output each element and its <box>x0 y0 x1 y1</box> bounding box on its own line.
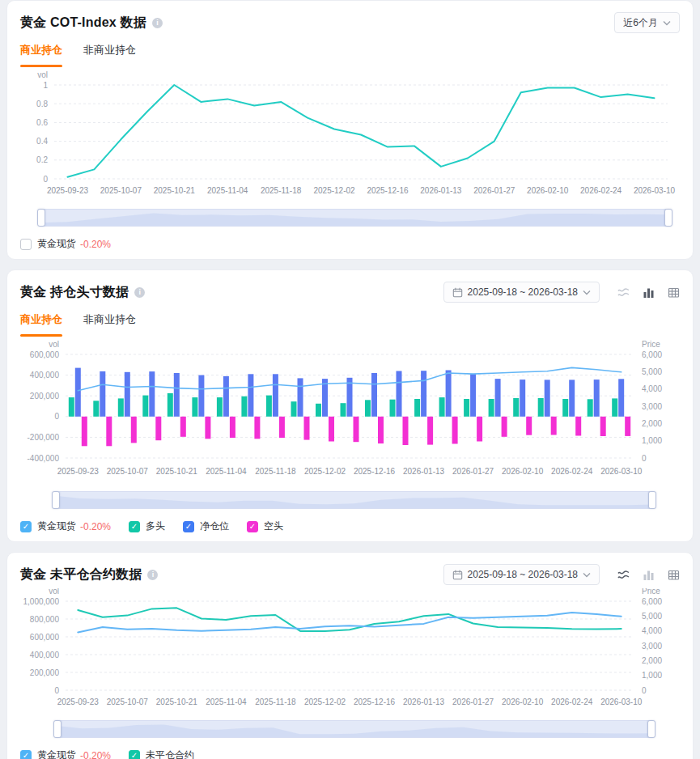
svg-text:2025-12-02: 2025-12-02 <box>304 698 346 706</box>
svg-text:2026-01-27: 2026-01-27 <box>452 467 494 476</box>
slider-handle-right[interactable] <box>648 491 656 509</box>
svg-text:2026-02-24: 2026-02-24 <box>580 186 622 195</box>
svg-text:2025-12-16: 2025-12-16 <box>367 186 409 195</box>
svg-text:0: 0 <box>642 454 647 463</box>
svg-text:2026-01-13: 2026-01-13 <box>403 698 445 706</box>
chevron-down-icon <box>583 572 591 578</box>
change-percent: -0.20% <box>80 521 111 532</box>
svg-text:6,000: 6,000 <box>642 350 662 359</box>
svg-text:200,000: 200,000 <box>30 668 60 677</box>
table-icon[interactable] <box>668 569 680 581</box>
info-icon[interactable]: i <box>152 18 163 28</box>
line-chart-icon[interactable] <box>617 569 630 581</box>
svg-text:200,000: 200,000 <box>30 392 60 401</box>
legend-checkbox[interactable] <box>20 239 32 250</box>
svg-text:2025-09-23: 2025-09-23 <box>47 186 89 195</box>
legend: ✓黄金现货-0.20%✓多头✓净仓位✓空头 <box>20 519 680 533</box>
info-icon[interactable]: i <box>147 570 158 580</box>
legend-checkbox[interactable]: ✓ <box>129 521 140 532</box>
legend-label: 黄金现货 <box>37 748 76 759</box>
legend-checkbox[interactable]: ✓ <box>183 521 194 532</box>
svg-text:2026-02-10: 2026-02-10 <box>502 467 544 476</box>
panel-header: 黄金 持仓头寸数据 i 2025-09-18 ~ 2026-03-18 <box>20 282 680 303</box>
open-interest-chart[interactable]: 1,000,000800,000600,000400,000200,0000vo… <box>20 588 681 713</box>
svg-text:2025-09-23: 2025-09-23 <box>57 698 100 706</box>
chart-toolbar: 2025-09-18 ~ 2026-03-18 <box>443 564 680 585</box>
tabs: 商业持仓 非商业持仓 <box>20 43 680 67</box>
date-range-value: 2025-09-18 ~ 2026-03-18 <box>468 569 578 580</box>
panel-cot-index: 黄金 COT-Index 数据 i 近6个月 商业持仓 非商业持仓 10.80.… <box>6 0 694 260</box>
svg-text:2025-12-16: 2025-12-16 <box>354 467 396 476</box>
svg-text:2,000: 2,000 <box>642 419 662 428</box>
bar-chart-icon[interactable] <box>643 569 655 581</box>
svg-text:2025-10-21: 2025-10-21 <box>156 698 198 706</box>
zoom-preview-area <box>55 721 654 737</box>
positions-chart[interactable]: 600,000400,000200,0000-200,000-400,000vo… <box>20 340 681 484</box>
legend-item[interactable]: ✓未平仓合约 <box>129 748 194 759</box>
svg-text:2025-11-18: 2025-11-18 <box>255 698 296 706</box>
svg-text:4,000: 4,000 <box>642 626 662 635</box>
legend-item[interactable]: ✓空头 <box>247 519 283 533</box>
svg-text:2025-11-04: 2025-11-04 <box>207 186 248 195</box>
svg-text:600,000: 600,000 <box>30 350 60 359</box>
slider-handle-right[interactable] <box>647 720 655 738</box>
calendar-icon <box>452 287 463 298</box>
date-range-value: 2025-09-18 ~ 2026-03-18 <box>468 286 578 298</box>
svg-text:2025-12-02: 2025-12-02 <box>304 467 346 476</box>
svg-text:2025-10-21: 2025-10-21 <box>154 186 196 195</box>
change-percent: -0.20% <box>80 750 111 759</box>
svg-text:2026-01-27: 2026-01-27 <box>452 698 494 706</box>
svg-text:0.8: 0.8 <box>36 100 48 108</box>
data-zoom-slider[interactable] <box>38 209 672 227</box>
info-icon[interactable]: i <box>134 287 145 298</box>
svg-text:0: 0 <box>54 412 59 421</box>
svg-text:2026-02-24: 2026-02-24 <box>551 467 593 476</box>
svg-text:2026-01-13: 2026-01-13 <box>420 186 462 195</box>
svg-text:-200,000: -200,000 <box>28 433 60 442</box>
legend-checkbox[interactable]: ✓ <box>20 521 32 532</box>
svg-text:5,000: 5,000 <box>642 612 662 621</box>
range-select[interactable]: 近6个月 <box>614 12 680 33</box>
data-zoom-slider[interactable] <box>53 491 655 509</box>
date-range-picker[interactable]: 2025-09-18 ~ 2026-03-18 <box>443 564 600 585</box>
date-range-picker[interactable]: 2025-09-18 ~ 2026-03-18 <box>443 282 600 303</box>
legend-item[interactable]: ✓黄金现货-0.20% <box>20 519 111 533</box>
svg-text:2026-03-10: 2026-03-10 <box>634 186 676 195</box>
svg-text:2025-11-18: 2025-11-18 <box>255 467 296 476</box>
line-chart-icon[interactable] <box>617 286 630 299</box>
tab-noncommercial[interactable]: 非商业持仓 <box>83 312 136 337</box>
slider-handle-left[interactable] <box>53 720 62 738</box>
svg-text:2026-03-10: 2026-03-10 <box>600 467 643 476</box>
legend-checkbox[interactable]: ✓ <box>247 521 258 532</box>
legend-item[interactable]: ✓黄金现货-0.20% <box>20 748 111 759</box>
legend-item[interactable]: ✓净仓位 <box>183 519 229 533</box>
svg-text:2025-10-07: 2025-10-07 <box>107 467 149 476</box>
legend-label: 未平仓合约 <box>146 748 194 759</box>
svg-text:2025-10-21: 2025-10-21 <box>156 467 198 476</box>
panel-header: 黄金 未平仓合约数据 i 2025-09-18 ~ 2026-03-18 <box>20 564 680 585</box>
bar-chart-icon[interactable] <box>643 286 655 299</box>
tab-commercial[interactable]: 商业持仓 <box>20 43 62 67</box>
slider-handle-right[interactable] <box>664 209 672 227</box>
table-icon[interactable] <box>668 286 680 299</box>
tab-commercial[interactable]: 商业持仓 <box>20 312 62 337</box>
svg-text:0.2: 0.2 <box>36 155 48 164</box>
tab-noncommercial[interactable]: 非商业持仓 <box>83 43 136 67</box>
svg-text:5,000: 5,000 <box>642 367 662 376</box>
legend-item[interactable]: 黄金现货-0.20% <box>20 237 111 251</box>
legend-item[interactable]: ✓多头 <box>129 519 165 533</box>
cot-index-chart[interactable]: 10.80.60.40.20vol2025-09-232025-10-07202… <box>20 70 681 201</box>
svg-text:600,000: 600,000 <box>30 633 60 642</box>
legend-checkbox[interactable]: ✓ <box>129 750 140 759</box>
zoom-preview-area <box>53 492 655 508</box>
slider-handle-left[interactable] <box>37 209 45 227</box>
svg-text:800,000: 800,000 <box>30 615 60 624</box>
svg-text:vol: vol <box>49 340 59 349</box>
slider-handle-left[interactable] <box>52 491 60 509</box>
legend-checkbox[interactable]: ✓ <box>20 750 32 759</box>
page-title: 黄金 持仓头寸数据 <box>20 284 129 301</box>
svg-text:2025-12-16: 2025-12-16 <box>354 698 396 706</box>
legend: 黄金现货-0.20% <box>20 237 680 251</box>
data-zoom-slider[interactable] <box>54 720 655 738</box>
svg-text:4,000: 4,000 <box>642 384 662 393</box>
